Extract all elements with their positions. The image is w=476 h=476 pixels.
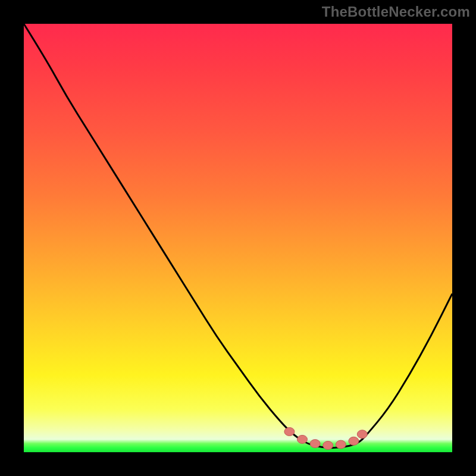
chart-frame: TheBottleNecker.com [0, 0, 476, 476]
marker-dot [349, 437, 359, 445]
marker-dot [298, 435, 308, 443]
watermark-text: TheBottleNecker.com [322, 4, 470, 20]
marker-dot [336, 440, 346, 449]
curve-layer [24, 24, 452, 452]
optimal-range-markers [284, 427, 367, 449]
marker-dot [357, 430, 367, 439]
bottleneck-curve-path [24, 24, 452, 448]
marker-dot [284, 427, 295, 436]
marker-dot [323, 441, 333, 449]
marker-dot [310, 440, 320, 448]
plot-area [24, 24, 452, 452]
